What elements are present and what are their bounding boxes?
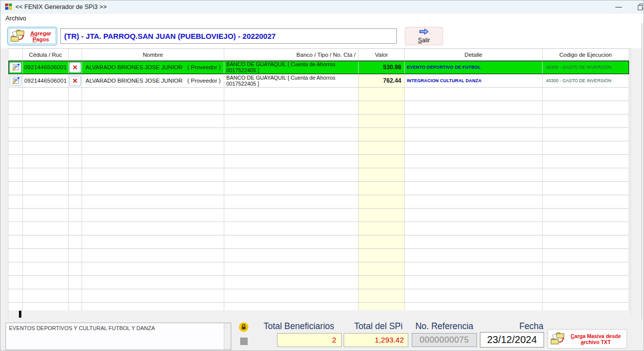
cedula-cell [23, 88, 69, 101]
delete-cell [69, 141, 82, 155]
delete-row-button[interactable]: ✕ [69, 62, 81, 73]
table-row-empty [8, 262, 629, 276]
record-selector-margin [0, 48, 8, 318]
banco-cell: BANCO DE GUAYAQUIL [ Cuenta de Ahorros 0… [224, 61, 359, 74]
delete-row-button[interactable]: ✕ [69, 76, 81, 86]
codigo-cell [543, 128, 629, 141]
banco-cell [224, 155, 359, 168]
delete-cell [69, 101, 82, 115]
valor-cell [359, 128, 405, 141]
menubar: Archivo [0, 14, 644, 23]
total-spi-field[interactable]: 1,293.42 [344, 333, 408, 347]
banco-cell [224, 249, 359, 262]
referencia-field[interactable]: 0000000075 [412, 333, 477, 347]
cedula-cell [23, 128, 69, 141]
maximize-icon[interactable] [638, 3, 644, 11]
header-edit-blank [8, 49, 23, 61]
cedula-cell [23, 209, 69, 222]
edit-cell [8, 235, 23, 249]
header-delete-blank [69, 49, 82, 61]
table-row-empty [8, 249, 629, 262]
valor-cell [359, 222, 405, 235]
cedula-cell [23, 276, 69, 289]
textarea-scrollbar[interactable] [224, 323, 231, 350]
nombre-cell [82, 222, 224, 235]
nombre-cell [82, 101, 224, 115]
vertical-scrollbar[interactable] [631, 48, 642, 318]
valor-cell [359, 235, 405, 249]
delete-cell [69, 222, 82, 235]
codigo-cell: 40300 - GASTO DE INVERSIÓN [543, 74, 629, 88]
delete-cell [69, 168, 82, 182]
banco-cell [224, 182, 359, 195]
table-row-empty [8, 101, 629, 115]
valor-cell [359, 182, 405, 195]
valor-cell [359, 276, 405, 289]
valor-cell: 530.98 [359, 61, 405, 74]
table-row[interactable]: 0921446506001✕ALVARADO BRIONES JOSE JUNI… [8, 74, 629, 88]
detalle-cell [405, 222, 543, 235]
codigo-cell [543, 235, 629, 249]
edit-cell [8, 61, 23, 74]
detalle-cell [405, 168, 543, 182]
banco-cell: BANCO DE GUAYAQUIL [ Cuenta de Ahorros 0… [224, 74, 359, 88]
agregar-pagos-button[interactable]: Agregar Pagos [7, 27, 57, 45]
nombre-cell [82, 249, 224, 262]
table-body: 0921446506001✕ALVARADO BRIONES JOSE JUNI… [8, 61, 629, 310]
detalle-cell [405, 195, 543, 209]
detalle-cell [405, 235, 543, 249]
table-header-row: Cédula / Ruc Nombre Banco / Tipo / No. C… [8, 48, 629, 61]
footer-panel: EVENTOS DEPORTIVOS Y CULTURAL FUTBOL Y D… [0, 319, 644, 351]
fecha-field[interactable]: 23/12/2024 [480, 332, 544, 348]
exit-arrow-icon [419, 28, 429, 36]
banco-cell [224, 303, 359, 310]
referencia-label: No. Referencia [411, 321, 478, 332]
total-beneficiarios-field[interactable]: 2 [277, 333, 342, 347]
table-row-empty [8, 289, 629, 303]
detalle-cell: EVENTO DEPORTIVO DE FUTBOL [405, 61, 543, 74]
minimize-icon[interactable]: — [611, 1, 626, 12]
header-codigo: Codigo de Ejecucion [543, 49, 629, 61]
valor-cell [359, 303, 405, 310]
nombre-cell [82, 182, 224, 195]
table-row[interactable]: 0921446506001✕ALVARADO BRIONES JOSE JUNI… [8, 61, 629, 74]
cedula-cell: 0921446506001 [23, 74, 69, 88]
description-textarea[interactable]: EVENTOS DEPORTIVOS Y CULTURAL FUTBOL Y D… [5, 323, 231, 350]
detalle-cell [405, 209, 543, 222]
detalle-cell [405, 303, 543, 310]
menu-archivo[interactable]: Archivo [5, 15, 26, 22]
cedula-cell [23, 235, 69, 249]
detalle-cell [405, 289, 543, 303]
cedula-cell [23, 115, 69, 128]
banco-cell [224, 141, 359, 155]
valor-cell [359, 289, 405, 303]
cedula-cell [23, 195, 69, 209]
edit-cell [8, 195, 23, 209]
codigo-cell [543, 155, 629, 168]
detalle-cell [405, 101, 543, 115]
nombre-cell [82, 141, 224, 155]
salir-button[interactable]: Salir [405, 27, 443, 45]
nombre-cell [82, 88, 224, 101]
edit-cell [8, 168, 23, 182]
delete-cell [69, 303, 82, 310]
nombre-cell [82, 235, 224, 249]
window-right-edge [642, 23, 644, 351]
edit-row-button[interactable] [9, 76, 21, 86]
valor-cell [359, 249, 405, 262]
carga-masiva-button[interactable]: Carga Masiva desde archivo TXT [548, 329, 627, 349]
spi-title-field[interactable]: (TR) - JTA. PARROQ.SAN JUAN (PUEBLOVIEJO… [60, 28, 397, 44]
header-banco: Banco / Tipo / No. Cta / [224, 49, 359, 61]
valor-cell [359, 88, 405, 101]
codigo-cell [543, 195, 629, 209]
horizontal-scrollbar-thumb[interactable] [19, 311, 21, 318]
delete-cell [69, 155, 82, 168]
header-cedula: Cédula / Ruc [23, 49, 69, 61]
nombre-cell [82, 276, 224, 289]
nombre-cell: ALVARADO BRIONES JOSE JUNIOR ( Proveedor… [82, 61, 224, 74]
detalle-cell [405, 88, 543, 101]
salir-label: Salir [418, 37, 430, 44]
horizontal-scrollbar[interactable] [8, 310, 631, 318]
txt-load-icon [550, 332, 565, 347]
edit-row-button[interactable] [9, 62, 21, 73]
